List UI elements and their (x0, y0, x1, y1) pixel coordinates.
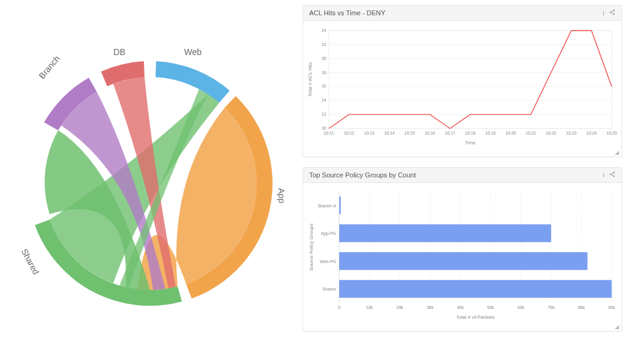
svg-text:10:22: 10:22 (546, 131, 557, 135)
info-icon[interactable]: i (603, 9, 604, 17)
svg-text:40k: 40k (457, 305, 464, 310)
chord-diagram: Branch DB Web App Shared (0, 0, 300, 364)
share-icon[interactable] (609, 9, 615, 17)
svg-text:50k: 50k (487, 305, 495, 310)
line-chart: 101214161820222410:1110:1210:1310:1410:1… (303, 21, 621, 149)
svg-text:10: 10 (321, 126, 326, 130)
chord-label-app: App (277, 188, 287, 204)
svg-text:10:20: 10:20 (505, 131, 516, 135)
svg-text:60k: 60k (517, 305, 525, 310)
svg-rect-57 (339, 225, 551, 242)
bar-chart: 010k20k30k40k50k60k70k80k90kBranch-AApp-… (303, 183, 621, 324)
svg-rect-61 (339, 280, 612, 298)
svg-text:10:25: 10:25 (606, 131, 617, 135)
svg-text:20: 20 (321, 56, 326, 61)
svg-text:12: 12 (321, 112, 326, 116)
svg-text:10:13: 10:13 (364, 131, 375, 135)
svg-text:10:18: 10:18 (465, 131, 476, 135)
svg-rect-55 (339, 196, 340, 214)
svg-rect-59 (339, 252, 587, 270)
svg-text:10:11: 10:11 (323, 131, 334, 135)
panel-header: Top Source Policy Groups by Count i (303, 168, 621, 183)
svg-text:Web-PG: Web-PG (320, 259, 336, 264)
svg-text:30k: 30k (427, 305, 434, 310)
svg-text:0: 0 (338, 305, 340, 310)
svg-text:Total # ACL Hits: Total # ACL Hits (307, 62, 313, 97)
svg-text:10:17: 10:17 (445, 131, 456, 135)
svg-text:20k: 20k (396, 305, 404, 310)
share-icon[interactable] (609, 171, 615, 179)
svg-text:70k: 70k (547, 305, 555, 310)
svg-text:10:21: 10:21 (525, 131, 536, 135)
svg-text:10:14: 10:14 (384, 131, 395, 135)
svg-text:10k: 10k (366, 305, 374, 310)
panel-title-acl: ACL Hits vs Time - DENY (309, 9, 385, 17)
resize-handle[interactable]: ◢ (303, 324, 621, 331)
resize-handle[interactable]: ◢ (303, 149, 621, 157)
panel-header: ACL Hits vs Time - DENY i (303, 6, 621, 21)
svg-text:80k: 80k (578, 305, 585, 310)
svg-text:Time: Time (465, 140, 476, 146)
svg-text:18: 18 (321, 70, 326, 75)
chord-arc-web (156, 61, 230, 103)
svg-text:10:15: 10:15 (404, 131, 415, 135)
svg-text:10:23: 10:23 (566, 131, 577, 135)
svg-text:10:19: 10:19 (485, 131, 496, 135)
chord-label-branch: Branch (37, 54, 62, 81)
svg-text:10:16: 10:16 (424, 131, 435, 135)
chord-label-db: DB (113, 47, 125, 57)
chord-label-shared: Shared (20, 247, 41, 276)
info-icon[interactable]: i (603, 171, 604, 179)
svg-text:16: 16 (321, 84, 326, 88)
svg-text:Branch-A: Branch-A (318, 204, 337, 208)
svg-text:10:24: 10:24 (586, 131, 597, 135)
panel-top-source: Top Source Policy Groups by Count i 010k… (302, 167, 622, 332)
svg-text:90k: 90k (608, 305, 615, 310)
svg-text:Source Policy Groups: Source Policy Groups (309, 223, 314, 270)
svg-text:App-PG: App-PG (321, 231, 336, 236)
svg-text:Shared: Shared (322, 287, 336, 291)
panel-title-bars: Top Source Policy Groups by Count (309, 171, 416, 179)
svg-text:Total # of Packets: Total # of Packets (456, 314, 495, 320)
svg-text:10:12: 10:12 (344, 131, 355, 135)
panel-acl-hits: ACL Hits vs Time - DENY i 10121416182022… (302, 5, 622, 157)
svg-text:14: 14 (321, 98, 326, 102)
chord-label-web: Web (184, 47, 202, 57)
svg-text:22: 22 (321, 42, 326, 46)
svg-rect-0 (329, 31, 612, 128)
svg-text:24: 24 (321, 28, 326, 32)
